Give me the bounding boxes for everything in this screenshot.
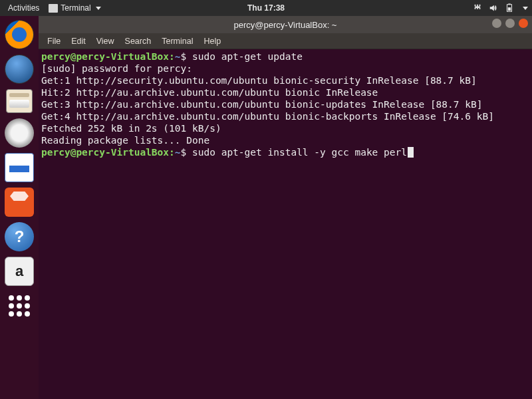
cursor: [408, 147, 414, 158]
terminal-body[interactable]: percy@percy-VirtualBox:~$ sudo apt-get u…: [39, 49, 532, 399]
launcher-files[interactable]: [6, 89, 33, 113]
gnome-top-bar: Activities Terminal Thu 17:38: [0, 0, 532, 16]
activities-button[interactable]: Activities: [4, 2, 43, 14]
menu-search[interactable]: Search: [120, 35, 156, 48]
output-line: Reading package lists... Done: [41, 135, 209, 146]
output-line: [sudo] password for percy:: [41, 63, 192, 74]
prompt-user: percy@percy-VirtualBox:: [41, 51, 175, 62]
output-line: Fetched 252 kB in 2s (101 kB/s): [41, 123, 221, 134]
menu-edit[interactable]: Edit: [66, 35, 90, 48]
output-line: Get:1 http://security.ubuntu.com/ubuntu …: [41, 75, 477, 86]
window-titlebar[interactable]: percy@percy-VirtualBox: ~: [39, 16, 532, 33]
terminal-window: percy@percy-VirtualBox: ~ File Edit View…: [39, 16, 532, 399]
battery-icon[interactable]: [505, 3, 514, 13]
window-minimize-button[interactable]: [492, 19, 501, 28]
output-line: Hit:2 http://au.archive.ubuntu.com/ubunt…: [41, 87, 378, 98]
menubar: File Edit View Search Terminal Help: [39, 33, 532, 49]
launcher-help[interactable]: [5, 222, 34, 251]
window-maximize-button[interactable]: [505, 19, 515, 28]
volume-icon[interactable]: [489, 3, 498, 13]
app-menu[interactable]: Terminal: [45, 2, 104, 14]
window-title: percy@percy-VirtualBox: ~: [234, 20, 337, 30]
launcher-thunderbird[interactable]: [5, 55, 34, 84]
system-menu-chevron-icon[interactable]: [523, 7, 528, 10]
launcher-amazon[interactable]: [5, 257, 34, 286]
chevron-down-icon: [96, 7, 101, 10]
window-close-button[interactable]: [519, 19, 528, 28]
prompt-path: ~: [175, 147, 181, 158]
network-icon[interactable]: [473, 3, 482, 13]
menu-view[interactable]: View: [92, 35, 119, 48]
launcher-firefox[interactable]: [5, 20, 34, 49]
launcher: [0, 16, 39, 399]
prompt-dollar: $: [181, 51, 187, 62]
menu-file[interactable]: File: [43, 35, 65, 48]
launcher-rhythmbox[interactable]: [5, 118, 34, 148]
clock-label[interactable]: Thu 17:38: [247, 3, 285, 13]
launcher-software[interactable]: [5, 188, 34, 217]
launcher-show-apps[interactable]: [9, 295, 30, 317]
prompt-dollar: $: [181, 147, 187, 158]
cmd-2: sudo apt-get install -y gcc make perl: [192, 147, 407, 158]
launcher-writer[interactable]: [5, 153, 34, 182]
cmd-1: sudo apt-get update: [192, 51, 303, 62]
prompt-path: ~: [175, 51, 181, 62]
menu-help[interactable]: Help: [199, 35, 225, 48]
svg-rect-1: [508, 3, 511, 4]
svg-rect-2: [508, 7, 511, 11]
menu-terminal[interactable]: Terminal: [157, 35, 198, 48]
app-menu-label: Terminal: [61, 3, 90, 13]
terminal-icon: [49, 4, 58, 13]
output-line: Get:3 http://au.archive.ubuntu.com/ubunt…: [41, 99, 482, 110]
output-line: Get:4 http://au.archive.ubuntu.com/ubunt…: [41, 111, 494, 122]
prompt-user: percy@percy-VirtualBox:: [41, 147, 175, 158]
